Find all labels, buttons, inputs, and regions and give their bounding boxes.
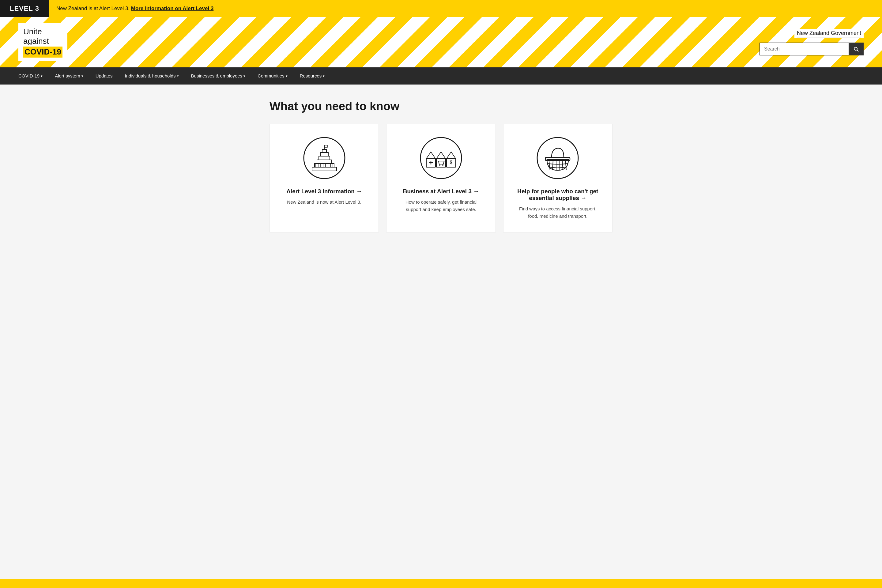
logo-container: Unite against COVID-19: [18, 23, 68, 61]
svg-marker-28: [447, 152, 456, 159]
svg-rect-1: [312, 167, 337, 171]
card-essential-desc: Find ways to access financial support, f…: [514, 205, 601, 220]
card-alert-level-3[interactable]: Alert Level 3 information → New Zealand …: [270, 124, 379, 232]
header: Unite against COVID-19 New Zealand Gover…: [0, 17, 882, 68]
alert-message: New Zealand is at Alert Level 3.: [56, 6, 129, 11]
logo-covid: COVID-19: [23, 46, 63, 57]
nav-item-covid19[interactable]: COVID-19 ▾: [12, 68, 49, 84]
svg-marker-23: [436, 152, 446, 159]
site-logo[interactable]: Unite against COVID-19: [23, 27, 63, 58]
alert-level-badge: LEVEL 3: [0, 0, 49, 17]
stripes-decoration: [0, 17, 882, 68]
header-right: New Zealand Government: [759, 29, 864, 56]
logo-line1: Unite: [23, 27, 42, 36]
svg-rect-6: [322, 150, 327, 153]
nav-item-updates[interactable]: Updates: [89, 68, 119, 84]
nav-item-individuals[interactable]: Individuals & households ▾: [119, 68, 185, 84]
search-box: [759, 43, 864, 56]
search-icon: [853, 46, 859, 52]
alert-text: New Zealand is at Alert Level 3. More in…: [49, 2, 221, 15]
main-content: What you need to know: [257, 84, 625, 257]
svg-rect-31: [545, 158, 570, 160]
svg-line-36: [562, 160, 563, 170]
search-input[interactable]: [760, 43, 849, 55]
card-essential-title: Help for people who can't get essential …: [514, 188, 601, 201]
svg-text:$: $: [450, 160, 453, 165]
basket-icon: [536, 136, 579, 180]
main-nav: COVID-19 ▾ Alert system ▾ Updates Indivi…: [0, 68, 882, 84]
svg-point-25: [439, 165, 440, 166]
card-business[interactable]: $ Business at Alert Level 3 → How to ope…: [386, 124, 495, 232]
nav-arrow-alert: ▾: [81, 74, 83, 78]
alert-banner: LEVEL 3 New Zealand is at Alert Level 3.…: [0, 0, 882, 17]
nav-item-alert-system[interactable]: Alert system ▾: [49, 68, 89, 84]
svg-point-0: [304, 138, 345, 178]
svg-rect-5: [320, 153, 328, 156]
svg-point-26: [442, 165, 444, 166]
svg-point-30: [537, 138, 578, 178]
nav-arrow-communities: ▾: [286, 74, 288, 78]
nav-item-resources[interactable]: Resources ▾: [294, 68, 331, 84]
card-business-title: Business at Alert Level 3 →: [403, 188, 479, 195]
svg-rect-3: [317, 160, 332, 164]
card-alert-desc: New Zealand is now at Alert Level 3.: [287, 198, 362, 206]
section-title: What you need to know: [270, 100, 612, 113]
svg-rect-2: [315, 164, 334, 167]
nav-item-communities[interactable]: Communities ▾: [251, 68, 294, 84]
card-business-desc: How to operate safely, get financial sup…: [398, 198, 484, 213]
nav-item-businesses[interactable]: Businesses & employees ▾: [185, 68, 252, 84]
nz-gov-logo: New Zealand Government: [794, 29, 864, 38]
logo-area: Unite against COVID-19: [18, 23, 68, 61]
svg-rect-8: [324, 145, 327, 147]
search-button[interactable]: [849, 43, 863, 55]
svg-rect-4: [319, 156, 330, 160]
nav-arrow-resources: ▾: [323, 74, 325, 78]
business-icon: $: [420, 136, 462, 180]
svg-line-33: [552, 160, 553, 170]
alert-link[interactable]: More information on Alert Level 3: [131, 6, 214, 11]
cards-grid: Alert Level 3 information → New Zealand …: [270, 124, 612, 232]
logo-line2: against: [23, 36, 49, 46]
building-icon: [303, 136, 346, 180]
nav-arrow-covid19: ▾: [41, 74, 43, 78]
card-alert-title: Alert Level 3 information →: [286, 188, 362, 195]
nav-arrow-individuals: ▾: [177, 74, 179, 78]
svg-marker-19: [426, 152, 435, 159]
card-essential[interactable]: Help for people who can't get essential …: [503, 124, 612, 232]
nav-arrow-businesses: ▾: [243, 74, 245, 78]
svg-rect-22: [436, 159, 446, 167]
